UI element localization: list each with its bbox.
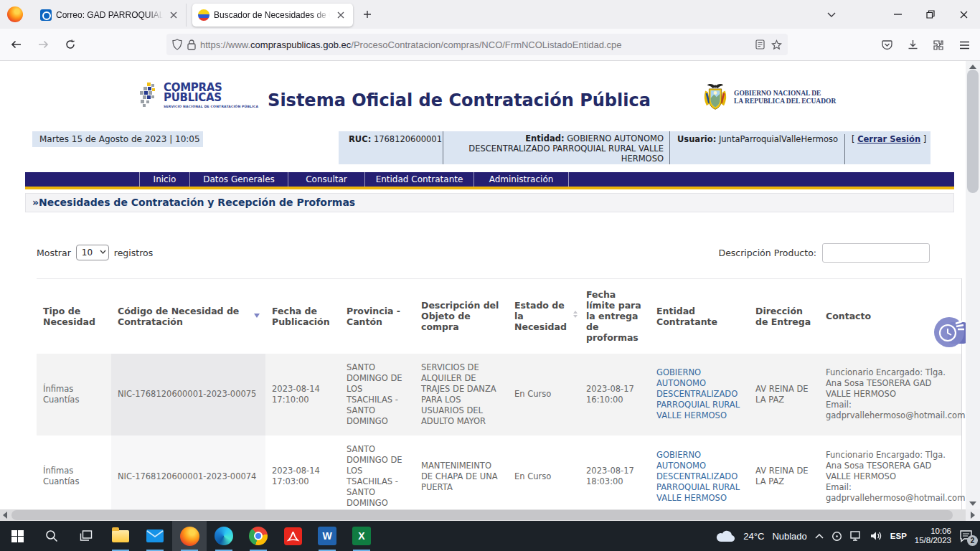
scroll-left-icon[interactable] — [3, 512, 7, 519]
tab-correo[interactable]: Correo: GAD PARROQUIAL VALL — [34, 4, 187, 27]
tray-app-icon[interactable] — [831, 531, 842, 542]
forward-button[interactable] — [32, 33, 55, 56]
acrobat-taskbar-icon[interactable] — [275, 521, 310, 551]
network-icon[interactable] — [850, 531, 862, 541]
nav-item-administracion[interactable]: Administración — [474, 172, 569, 187]
ruc-label: RUC: — [349, 134, 371, 144]
col-fecha-limite[interactable]: Fecha límite para la entrega de proforma… — [580, 279, 650, 354]
vertical-scrollbar[interactable] — [966, 61, 980, 509]
weather-condition[interactable]: Nublado — [772, 531, 806, 542]
taskbar-search-icon[interactable] — [34, 521, 69, 551]
browser-toolbar: https://www.compraspublicas.gob.ec/Proce… — [0, 29, 980, 61]
vertical-scrollbar-thumb[interactable] — [967, 70, 979, 193]
fecha-limite-cell: 2023-08-17 18:03:00 — [580, 435, 650, 510]
table-row: Ínfimas Cuantías NIC-1768120600001-2023-… — [37, 435, 961, 510]
volume-icon[interactable] — [870, 531, 882, 541]
page-size-control: Mostrar 10 registros — [37, 245, 153, 260]
word-taskbar-icon[interactable]: W — [310, 521, 344, 551]
page-size-select[interactable]: 10 — [76, 245, 109, 260]
nav-item-inicio[interactable]: Inicio — [140, 172, 190, 187]
minimize-button[interactable] — [881, 0, 914, 29]
list-all-tabs-button[interactable] — [819, 0, 844, 29]
tray-chevron-up-icon[interactable] — [815, 534, 824, 539]
col-provincia-canton[interactable]: Provincia - Cantón — [340, 279, 415, 354]
contacto-cell: Funcionario Encargado: Tlga. Ana Sosa TE… — [819, 354, 961, 435]
necesidades-table: Tipo de Necesidad Código de Necesidad de… — [37, 278, 962, 509]
tab-buscador[interactable]: Buscador de Necesidades de Co — [192, 4, 353, 27]
firefox-logo-icon — [7, 6, 23, 22]
usuario-value: JuntaParroquialValleHermoso — [719, 134, 838, 144]
keyboard-language[interactable]: ESP — [890, 532, 907, 540]
col-descripcion-objeto[interactable]: Descripción del Objeto de compra — [415, 279, 508, 354]
col-tipo-necesidad[interactable]: Tipo de Necesidad — [37, 279, 111, 354]
col-codigo[interactable]: Código de Necesidad de Contratación — [111, 279, 265, 354]
fecha-publicacion-cell: 2023-08-14 17:10:00 — [265, 354, 340, 435]
session-usuario: Usuario: JuntaParroquialValleHermoso [ C… — [670, 131, 930, 164]
toolbar-right-icons — [872, 29, 976, 61]
lock-icon[interactable] — [187, 39, 196, 50]
entidad-value: GOBIERNO AUTONOMO DESCENTRALIZADO PARROQ… — [468, 133, 664, 164]
nav-item-consultar[interactable]: Consultar — [288, 172, 365, 187]
download-icon[interactable] — [901, 34, 924, 57]
scrollbar-corner[interactable] — [966, 509, 980, 521]
col-direccion-entrega[interactable]: Dirección de Entrega — [749, 279, 819, 354]
nav-item-entidad-contratante[interactable]: Entidad Contratante — [365, 172, 474, 187]
tab-close-icon[interactable] — [167, 9, 180, 22]
session-entidad: Entidad: GOBIERNO AUTONOMO DESCENTRALIZA… — [443, 131, 670, 164]
col-entidad-contratante[interactable]: Entidad Contratante — [650, 279, 749, 354]
back-button[interactable] — [4, 33, 27, 56]
contact-person: Funcionario Encargado: Tlga. Ana Sosa TE… — [826, 450, 955, 482]
datetime-banner: Martes 15 de Agosto de 2023 | 10:05 — [32, 131, 203, 147]
menu-hamburger-icon[interactable] — [953, 34, 976, 57]
shield-icon[interactable] — [172, 39, 182, 50]
descripcion-cell: MANTENIMEINTO DE CHAPA DE UNA PUERTA — [415, 435, 508, 510]
floating-clock-widget[interactable] — [933, 316, 966, 350]
scroll-down-icon[interactable] — [969, 501, 976, 506]
entidad-link[interactable]: GOBIERNO AUTONOMO DESCENTRALIZADO PARROQ… — [656, 367, 740, 420]
main-navigation: Inicio Datos Generales Consultar Entidad… — [25, 172, 954, 187]
sort-desc-icon — [254, 314, 260, 318]
nav-item-datos-generales[interactable]: Datos Generales — [190, 172, 288, 187]
firefox-taskbar-icon[interactable] — [172, 521, 207, 551]
horizontal-scrollbar-thumb[interactable] — [11, 510, 953, 520]
url-bar[interactable]: https://www.compraspublicas.gob.ec/Proce… — [166, 34, 788, 55]
extensions-puzzle-icon[interactable] — [927, 34, 950, 57]
gov-line2: LA REPUBLICA DEL ECUADOR — [734, 98, 836, 105]
sort-both-icon — [573, 311, 578, 318]
entidad-link[interactable]: GOBIERNO AUTONOMO DESCENTRALIZADO PARROQ… — [656, 450, 740, 503]
excel-taskbar-icon[interactable]: X — [344, 521, 379, 551]
notification-center-icon[interactable]: 2 — [959, 530, 973, 542]
new-tab-button[interactable] — [357, 4, 377, 24]
product-filter-input[interactable] — [822, 243, 930, 263]
close-window-button[interactable] — [947, 0, 980, 29]
contact-email-label: Email: — [826, 400, 955, 410]
reload-button[interactable] — [59, 33, 82, 56]
bookmark-star-icon[interactable] — [771, 39, 782, 50]
pocket-icon[interactable] — [875, 34, 898, 57]
weather-temp[interactable]: 24°C — [743, 531, 764, 542]
session-separator — [844, 134, 845, 164]
scroll-right-icon[interactable] — [971, 512, 975, 519]
col-estado-necesidad[interactable]: Estado de la Necesidad — [508, 279, 580, 354]
task-view-icon[interactable] — [69, 521, 103, 551]
mail-app-icon[interactable] — [138, 521, 172, 551]
codigo-cell: NIC-1768120600001-2023-00075 — [111, 354, 265, 435]
horizontal-scrollbar[interactable] — [0, 509, 966, 521]
entidad-cell: GOBIERNO AUTONOMO DESCENTRALIZADO PARROQ… — [650, 354, 749, 435]
reader-view-icon[interactable] — [755, 39, 765, 50]
tab-title: Buscador de Necesidades de Co — [214, 10, 330, 20]
start-button[interactable] — [0, 521, 34, 551]
scroll-up-icon[interactable] — [969, 65, 976, 69]
restore-button[interactable] — [914, 0, 947, 29]
weather-cloud-icon — [716, 530, 735, 542]
col-fecha-publicacion[interactable]: Fecha de Publicación — [265, 279, 340, 354]
browser-tab-bar: Correo: GAD PARROQUIAL VALL Buscador de … — [0, 0, 980, 29]
chrome-taskbar-icon[interactable] — [241, 521, 275, 551]
taskbar-clock[interactable]: 10:06 15/8/2023 — [915, 527, 951, 545]
tipo-cell: Ínfimas Cuantías — [37, 354, 111, 435]
file-explorer-icon[interactable] — [103, 521, 138, 551]
logout-bracket: [ — [852, 134, 855, 144]
tab-close-icon[interactable] — [334, 9, 347, 22]
logout-link[interactable]: Cerrar Sesión — [857, 134, 920, 144]
edge-taskbar-icon[interactable] — [207, 521, 241, 551]
